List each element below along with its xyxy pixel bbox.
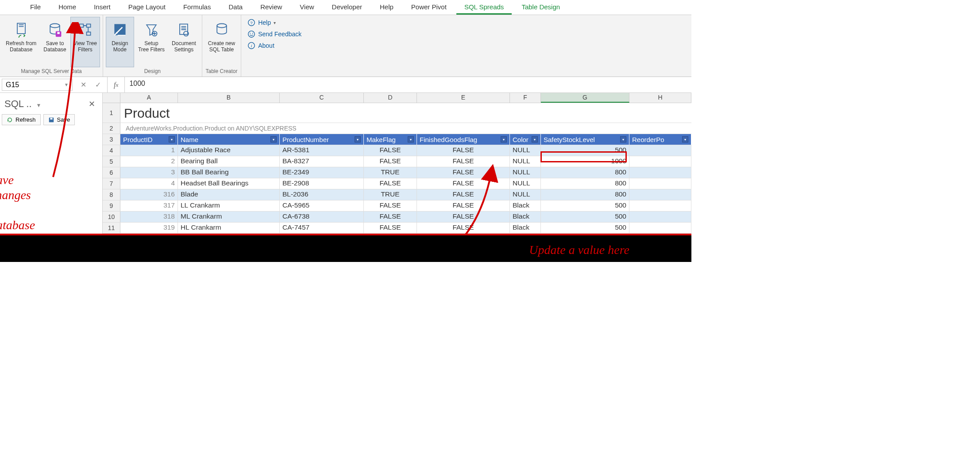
filter-dropdown-icon[interactable]: ▾ (620, 136, 626, 142)
cell-color[interactable]: NULL (510, 189, 541, 200)
filter-dropdown-icon[interactable]: ▾ (501, 136, 507, 142)
row-header-1[interactable]: 1 (103, 103, 120, 123)
cell-productnumber[interactable]: AR-5381 (280, 145, 364, 156)
col-header-B[interactable]: B (178, 93, 280, 103)
cell-makeflag[interactable]: TRUE (364, 189, 417, 200)
design-mode-button[interactable]: Design Mode (106, 17, 134, 67)
cell-productid[interactable]: 319 (120, 223, 178, 233)
cell-productnumber[interactable]: BE-2349 (280, 167, 364, 178)
filter-dropdown-icon[interactable]: ▾ (532, 136, 538, 142)
cell-finishedgoodsflag[interactable]: FALSE (417, 212, 510, 222)
cell-reorderpoint[interactable] (629, 212, 691, 222)
col-header-E[interactable]: E (417, 93, 510, 103)
cell-finishedgoodsflag[interactable]: FALSE (417, 200, 510, 211)
row-header-4[interactable]: 4 (103, 145, 120, 156)
cell-productid[interactable]: 318 (120, 212, 178, 222)
cell-name[interactable]: BB Ball Bearing (178, 167, 280, 178)
header-productnumber[interactable]: ProductNumber▾ (280, 134, 364, 145)
header-safetystocklevel[interactable]: SafetyStockLevel▾ (541, 134, 629, 145)
cell-productnumber[interactable]: CA-5965 (280, 200, 364, 211)
feedback-button[interactable]: Send Feedback (247, 30, 301, 38)
about-button[interactable]: iAbout (247, 42, 301, 50)
row-header-5[interactable]: 5 (103, 156, 120, 167)
col-header-H[interactable]: H (629, 93, 691, 103)
cell-finishedgoodsflag[interactable]: FALSE (417, 178, 510, 189)
cell-productnumber[interactable]: BE-2908 (280, 178, 364, 189)
tab-developer[interactable]: Developer (324, 0, 370, 15)
side-refresh-button[interactable]: Refresh (2, 114, 41, 125)
cell-name[interactable]: HL Crankarm (178, 223, 280, 233)
cell-safetystocklevel[interactable]: 1000 (541, 156, 629, 167)
doc-settings-button[interactable]: Document Settings (169, 17, 199, 67)
cell-finishedgoodsflag[interactable]: FALSE (417, 189, 510, 200)
cell-productid[interactable]: 4 (120, 178, 178, 189)
cell-color[interactable]: Black (510, 223, 541, 233)
row-header-11[interactable]: 11 (103, 223, 120, 233)
tab-view[interactable]: View (292, 0, 322, 15)
filter-dropdown-icon[interactable]: ▾ (355, 136, 361, 142)
cell-productid[interactable]: 2 (120, 156, 178, 167)
cell-color[interactable]: Black (510, 200, 541, 211)
row-header-8[interactable]: 8 (103, 189, 120, 200)
filter-dropdown-icon[interactable]: ▾ (408, 136, 414, 142)
cell-safetystocklevel[interactable]: 800 (541, 189, 629, 200)
col-header-F[interactable]: F (510, 93, 541, 103)
tab-formulas[interactable]: Formulas (175, 0, 219, 15)
row-header-2[interactable]: 2 (103, 123, 120, 134)
formula-input[interactable]: 1000 (124, 77, 691, 92)
cell-name[interactable]: Blade (178, 189, 280, 200)
cell-productnumber[interactable]: CA-6738 (280, 212, 364, 222)
cell-name[interactable]: Adjustable Race (178, 145, 280, 156)
cell-color[interactable]: NULL (510, 145, 541, 156)
cell-color[interactable]: NULL (510, 167, 541, 178)
cell-productnumber[interactable]: BA-8327 (280, 156, 364, 167)
tab-help[interactable]: Help (372, 0, 401, 15)
cell-safetystocklevel[interactable]: 500 (541, 200, 629, 211)
side-save-button[interactable]: Save (43, 114, 75, 125)
cell-name[interactable]: Headset Ball Bearings (178, 178, 280, 189)
cell-makeflag[interactable]: FALSE (364, 156, 417, 167)
cell-color[interactable]: NULL (510, 156, 541, 167)
cell-name[interactable]: Bearing Ball (178, 156, 280, 167)
cancel-icon[interactable]: ✕ (81, 81, 86, 89)
cell-name[interactable]: LL Crankarm (178, 200, 280, 211)
col-header-D[interactable]: D (364, 93, 417, 103)
cell-productid[interactable]: 316 (120, 189, 178, 200)
cell-finishedgoodsflag[interactable]: FALSE (417, 167, 510, 178)
cell-safetystocklevel[interactable]: 500 (541, 145, 629, 156)
cell-makeflag[interactable]: TRUE (364, 167, 417, 178)
cell-productnumber[interactable]: BL-2036 (280, 189, 364, 200)
cell-reorderpoint[interactable] (629, 200, 691, 211)
fx-icon[interactable]: fx (107, 77, 124, 92)
tab-file[interactable]: File (22, 0, 49, 15)
setup-tree-button[interactable]: Setup Tree Filters (135, 17, 168, 67)
cell-productnumber[interactable]: CA-7457 (280, 223, 364, 233)
side-panel-dropdown-icon[interactable]: ▼ (36, 102, 41, 108)
cell-makeflag[interactable]: FALSE (364, 145, 417, 156)
cell-finishedgoodsflag[interactable]: FALSE (417, 223, 510, 233)
tab-review[interactable]: Review (252, 0, 290, 15)
cell-finishedgoodsflag[interactable]: FALSE (417, 156, 510, 167)
help-button[interactable]: ?Help ▾ (247, 19, 301, 27)
header-finishedgoodsflag[interactable]: FinishedGoodsFlag▾ (417, 134, 510, 145)
cell-finishedgoodsflag[interactable]: FALSE (417, 145, 510, 156)
cell-makeflag[interactable]: FALSE (364, 223, 417, 233)
cell-makeflag[interactable]: FALSE (364, 200, 417, 211)
col-header-A[interactable]: A (120, 93, 178, 103)
tab-table-design[interactable]: Table Design (513, 0, 568, 15)
view-tree-button[interactable]: View Tree Filters (70, 17, 100, 67)
cell-color[interactable]: NULL (510, 178, 541, 189)
refresh-db-button[interactable]: Refresh from Database (3, 17, 39, 67)
select-all-corner[interactable] (103, 93, 120, 103)
filter-dropdown-icon[interactable]: ▾ (682, 136, 688, 142)
cell-productid[interactable]: 3 (120, 167, 178, 178)
col-header-C[interactable]: C (280, 93, 364, 103)
cell-color[interactable]: Black (510, 212, 541, 222)
cell-reorderpoint[interactable] (629, 189, 691, 200)
row-header-6[interactable]: 6 (103, 167, 120, 178)
tab-page-layout[interactable]: Page Layout (120, 0, 174, 15)
cell-reorderpoint[interactable] (629, 178, 691, 189)
save-db-button[interactable]: Save to Database (40, 17, 69, 67)
cell-productid[interactable]: 1 (120, 145, 178, 156)
cell-makeflag[interactable]: FALSE (364, 178, 417, 189)
